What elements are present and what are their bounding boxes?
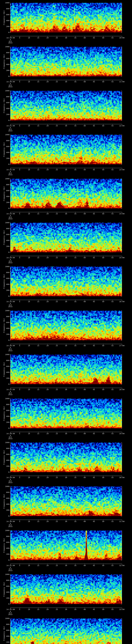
y-tick-label: 200 xyxy=(0,290,10,291)
x-tick-label: 40 xyxy=(80,169,90,171)
y-tick-label: 0 xyxy=(0,340,10,341)
y-axis-title: Frequency (Hz) xyxy=(3,311,5,340)
x-end-time-label: 26:00 xyxy=(114,301,130,302)
y-tick-label: 1000 xyxy=(0,90,10,92)
x-tick-label: 45 xyxy=(89,81,99,83)
x-start-time-label: 14:29:00 xyxy=(3,477,18,478)
x-tick-label: 50 xyxy=(98,477,108,478)
x-end-time-label: 30:00 xyxy=(114,477,130,478)
x-tick-label: 40 xyxy=(80,81,90,83)
x-end-time-label: 25:00 xyxy=(114,257,130,259)
date-line-2: 2015 xyxy=(5,306,16,308)
x-tick-label: 10 xyxy=(24,608,34,610)
y-tick-label: 600 xyxy=(0,234,10,236)
x-tick-label: 10 xyxy=(24,213,34,215)
x-tick-label: 25 xyxy=(52,433,62,434)
y-tick-label: 400 xyxy=(0,372,10,373)
x-start-time-label: 14:21:00 xyxy=(3,125,18,127)
y-tick-label: 1000 xyxy=(0,398,10,400)
x-end-time-label: 32:00 xyxy=(114,565,130,566)
date-line-2: 2015 xyxy=(5,482,16,484)
x-tick-label: 35 xyxy=(70,520,80,522)
spectrogram-panel-142500: Frequency (Hz)02004006008001000510152025… xyxy=(0,266,132,311)
spectrogram-panel-141900: Frequency (Hz)02004006008001000510152025… xyxy=(0,3,132,47)
y-tick-label: 0 xyxy=(0,208,10,209)
x-tick-label: 10 xyxy=(24,81,34,83)
x-tick-label: 50 xyxy=(98,565,108,566)
y-axis-title: Frequency (Hz) xyxy=(3,135,5,164)
x-tick-label: 20 xyxy=(42,169,53,171)
x-tick-label: 30 xyxy=(61,125,71,127)
x-tick-label: 15 xyxy=(33,125,44,127)
x-end-time-label: 29:00 xyxy=(114,433,130,434)
date-line-2: 2015 xyxy=(5,42,16,44)
spectrogram-canvas xyxy=(0,311,132,355)
x-start-time-label: 14:27:00 xyxy=(3,389,18,390)
x-tick-label: 15 xyxy=(33,257,44,259)
x-tick-label: 45 xyxy=(89,257,99,259)
x-tick-label: 30 xyxy=(61,301,71,302)
y-axis-title: Frequency (Hz) xyxy=(3,442,5,472)
x-tick-label: 10 xyxy=(24,433,34,434)
y-tick-label: 200 xyxy=(0,465,10,467)
y-tick-label: 800 xyxy=(0,96,10,98)
x-tick-label: 40 xyxy=(80,345,90,346)
x-tick-label: 30 xyxy=(61,433,71,434)
x-tick-label: 50 xyxy=(98,257,108,259)
x-tick-label: 10 xyxy=(24,169,34,171)
y-tick-label: 1000 xyxy=(0,442,10,444)
x-tick-label: 45 xyxy=(89,213,99,215)
spectrogram-panel-143200: Frequency (Hz)02004006008001000510152025… xyxy=(0,574,132,618)
y-tick-label: 600 xyxy=(0,190,10,192)
y-axis-title: Frequency (Hz) xyxy=(3,179,5,208)
x-tick-label: 35 xyxy=(70,301,80,302)
x-tick-label: 35 xyxy=(70,345,80,346)
x-start-time-label: 14:25:00 xyxy=(3,301,18,302)
x-start-time-label: 14:23:00 xyxy=(3,213,18,215)
x-start-time-label: 14:32:00 xyxy=(3,608,18,610)
x-start-time-label: 14:22:00 xyxy=(3,169,18,171)
x-tick-label: 10 xyxy=(24,389,34,390)
spectrogram-canvas xyxy=(0,179,132,223)
y-tick-label: 200 xyxy=(0,334,10,335)
x-tick-label: 20 xyxy=(42,125,53,127)
x-tick-label: 35 xyxy=(70,608,80,610)
y-tick-label: 400 xyxy=(0,460,10,461)
spectrogram-panel-143000: Frequency (Hz)02004006008001000510152025… xyxy=(0,486,132,530)
x-end-time-label: 21:00 xyxy=(114,81,130,83)
x-tick-label: 45 xyxy=(89,301,99,302)
y-axis-title: Frequency (Hz) xyxy=(3,399,5,428)
y-tick-label: 1000 xyxy=(0,618,10,620)
x-tick-label: 25 xyxy=(52,345,62,346)
x-tick-label: 45 xyxy=(89,389,99,390)
y-tick-label: 800 xyxy=(0,228,10,230)
y-tick-label: 800 xyxy=(0,272,10,274)
spectrogram-canvas xyxy=(0,530,132,574)
y-tick-label: 400 xyxy=(0,196,10,198)
date-line-2: 2015 xyxy=(5,570,16,572)
x-tick-label: 15 xyxy=(33,301,44,302)
x-tick-label: 20 xyxy=(42,213,53,215)
x-tick-label: 20 xyxy=(42,37,53,39)
spectrogram-canvas xyxy=(0,354,132,399)
x-tick-label: 15 xyxy=(33,37,44,39)
y-tick-label: 800 xyxy=(0,140,10,142)
y-tick-label: 800 xyxy=(0,404,10,406)
spectrogram-panel-142600: Frequency (Hz)02004006008001000510152025… xyxy=(0,311,132,355)
y-tick-label: 0 xyxy=(0,252,10,253)
x-tick-label: 25 xyxy=(52,520,62,522)
x-tick-label: 40 xyxy=(80,433,90,434)
y-tick-label: 1000 xyxy=(0,574,10,575)
x-tick-label: 50 xyxy=(98,169,108,171)
x-tick-label: 45 xyxy=(89,37,99,39)
y-axis-title: Frequency (Hz) xyxy=(3,530,5,560)
spectrogram-panel-142800: Frequency (Hz)02004006008001000510152025… xyxy=(0,399,132,443)
y-tick-label: 1000 xyxy=(0,354,10,356)
x-tick-label: 50 xyxy=(98,81,108,83)
y-tick-label: 200 xyxy=(0,70,10,71)
y-tick-label: 200 xyxy=(0,641,10,643)
y-tick-label: 800 xyxy=(0,52,10,54)
x-tick-label: 50 xyxy=(98,37,108,39)
x-tick-label: 40 xyxy=(80,213,90,215)
y-tick-label: 0 xyxy=(0,383,10,385)
